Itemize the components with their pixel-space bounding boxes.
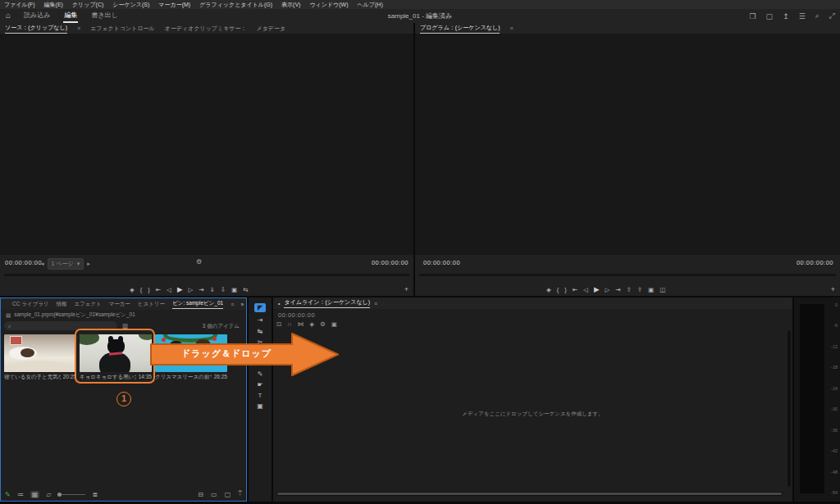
list-view-icon[interactable]: ≔ [17, 491, 24, 498]
tab-export[interactable]: 書き出し [90, 9, 118, 23]
compare-view-icon[interactable]: ◫ [660, 286, 665, 293]
add-marker-icon[interactable]: ◈ [309, 320, 314, 328]
home-icon[interactable]: ⌂ [6, 11, 11, 20]
source-scrub-bar[interactable] [4, 274, 409, 276]
menu-item-marker[interactable]: マーカー(M) [158, 1, 190, 9]
add-marker-icon[interactable]: ◈ [546, 286, 551, 293]
linked-selection-icon[interactable]: ⋈ [298, 320, 304, 328]
automate-to-sequence-icon[interactable]: ⊟ [198, 491, 203, 498]
writable-toggle-pencil-icon[interactable]: ✎ [5, 491, 11, 498]
clip-thumbnail-1[interactable] [4, 334, 76, 372]
freeform-view-icon[interactable]: ▱ [46, 491, 51, 498]
more-tabs-chevron-icon[interactable]: » [240, 302, 244, 307]
step-back-icon[interactable]: ◁ [583, 286, 588, 293]
tab-bin[interactable]: ビン: sampleビン_01 [172, 300, 223, 309]
tab-markers[interactable]: マーカー [109, 301, 130, 308]
menu-item-clip[interactable]: クリップ(C) [72, 1, 103, 9]
trash-icon[interactable]: ⍑ [238, 490, 242, 498]
panel-menu-icon[interactable]: ≡ [374, 301, 377, 306]
export-frame-icon[interactable]: ▣ [648, 286, 654, 293]
chevron-down-icon: ▾ [77, 261, 80, 267]
extract-icon[interactable]: ⇪ [637, 286, 642, 293]
tab-metadata[interactable]: メタデータ [257, 25, 286, 33]
source-duration: 00:00:00:00 [372, 259, 409, 266]
new-item-icon[interactable]: ▢ [225, 491, 231, 498]
nest-sequence-icon[interactable]: ⊡ [276, 320, 281, 328]
selection-tool-icon[interactable]: ◤ [254, 303, 266, 312]
overwrite-icon[interactable]: ⇩ [221, 286, 226, 293]
play-icon[interactable]: ▶ [177, 285, 183, 293]
snap-icon[interactable]: ∩ [287, 320, 291, 328]
panel-menu-icon[interactable]: ≡ [231, 302, 234, 307]
tab-audio-clip-mixer[interactable]: オーディオクリップミキサー： [165, 25, 247, 33]
go-to-in-icon[interactable]: ⇤ [156, 286, 161, 293]
step-back-icon[interactable]: ◁ [167, 286, 171, 293]
program-timecode: 00:00:00:00 [423, 259, 460, 266]
program-scrub-bar[interactable] [419, 274, 836, 276]
step-forward-icon[interactable]: ▷ [605, 286, 609, 293]
menu-item-help[interactable]: ヘルプ(H) [358, 1, 383, 9]
menu-item-view[interactable]: 表示(V) [281, 1, 300, 9]
tab-info[interactable]: 情報 [56, 301, 66, 308]
proxy-toggle-icon[interactable]: ⇆ [243, 286, 248, 293]
button-editor-plus-icon[interactable]: + [404, 285, 409, 293]
tab-effects[interactable]: エフェクト [74, 301, 101, 308]
menu-item-sequence[interactable]: シーケンス(S) [112, 1, 149, 9]
menu-item-file[interactable]: ファイル(F) [4, 1, 35, 9]
track-select-forward-tool-icon[interactable]: ⇥ [258, 316, 263, 325]
tab-source[interactable]: ソース：(クリップなし) [5, 24, 67, 34]
next-page-icon[interactable]: ▸ [87, 261, 90, 267]
mark-in-icon[interactable]: { [557, 286, 559, 293]
tab-history[interactable]: ヒストリー [138, 301, 165, 308]
tab-timeline[interactable]: タイムライン：(シーケンスなし) [284, 298, 370, 308]
workspace-menu-icon[interactable]: ☰ [799, 12, 806, 20]
vertical-type-tool-icon[interactable]: ▣ [257, 402, 263, 411]
lift-icon[interactable]: ⇧ [627, 286, 632, 293]
page-dropdown[interactable]: 1 ページ ▾ [48, 258, 84, 270]
export-frame-icon[interactable]: ▣ [231, 286, 237, 293]
menu-item-window[interactable]: ウィンドウ(W) [309, 1, 348, 9]
insert-icon[interactable]: ⇓ [210, 286, 215, 293]
mark-in-icon[interactable]: { [140, 286, 143, 293]
prev-page-icon[interactable]: ◂ [41, 261, 44, 267]
source-viewer [0, 34, 413, 255]
tab-program[interactable]: プログラム：(シーケンスなし) [420, 24, 500, 34]
go-to-in-icon[interactable]: ⇤ [573, 286, 578, 293]
search-input[interactable] [14, 323, 113, 329]
fullscreen-icon[interactable]: ⤢ [829, 11, 835, 20]
timeline-horizontal-scrollbar[interactable] [276, 492, 783, 496]
project-title: sample_01 - 編集済み [0, 9, 840, 23]
zoom-slider-handle[interactable] [57, 493, 62, 497]
button-editor-plus-icon[interactable]: + [831, 285, 835, 293]
tab-import[interactable]: 読み込み [23, 9, 51, 23]
captions-icon[interactable]: ▣ [331, 320, 337, 328]
step-forward-icon[interactable]: ▷ [188, 286, 193, 293]
tab-edit[interactable]: 編集 [63, 9, 78, 23]
hand-tool-icon[interactable]: ☛ [257, 380, 262, 389]
tab-cc-libraries[interactable]: CC ライブラリ [12, 301, 48, 308]
timeline-vertical-scrollbar[interactable] [788, 330, 791, 487]
settings-icon[interactable]: ⚙ [196, 258, 202, 266]
type-tool-icon[interactable]: T [258, 391, 262, 400]
zoom-slider[interactable] [57, 494, 85, 495]
panel-menu-icon[interactable]: ≡ [77, 25, 80, 31]
workspace-icon[interactable]: ❐ [750, 12, 756, 20]
panel-menu-icon[interactable]: ≡ [509, 25, 513, 31]
timeline-settings-wrench-icon[interactable]: ⚙ [320, 320, 326, 328]
add-marker-icon[interactable]: ◈ [130, 286, 135, 293]
tab-effect-controls[interactable]: エフェクトコントロール [90, 25, 155, 33]
quick-export-icon[interactable]: ↥ [783, 12, 789, 20]
go-to-out-icon[interactable]: ⇥ [199, 286, 203, 293]
display-settings-icon[interactable]: ▢ [766, 12, 774, 20]
play-icon[interactable]: ▶ [594, 285, 600, 293]
menu-item-edit[interactable]: 編集(E) [44, 1, 63, 9]
panel-focus-dot: • [278, 301, 280, 306]
icon-view-icon[interactable]: ▦ [30, 491, 40, 498]
new-bin-icon[interactable]: ▭ [211, 491, 217, 498]
mark-out-icon[interactable]: } [148, 286, 150, 293]
sort-icons-icon[interactable]: ≣ [92, 491, 98, 498]
search-icon[interactable]: ⌕ [815, 11, 819, 20]
mark-out-icon[interactable]: } [564, 286, 567, 293]
menu-item-graphics-titles[interactable]: グラフィックとタイトル(G) [199, 1, 272, 9]
go-to-out-icon[interactable]: ⇥ [615, 286, 620, 293]
